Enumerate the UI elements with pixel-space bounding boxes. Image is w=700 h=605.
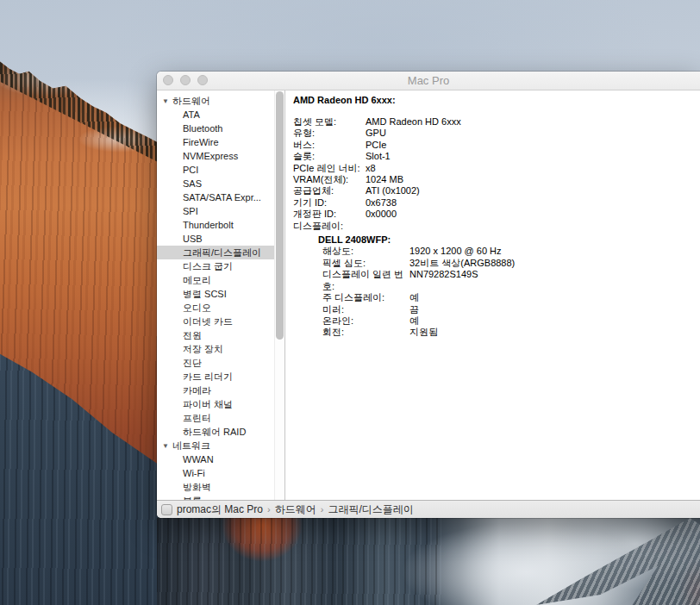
breadcrumb-separator: › (267, 504, 271, 515)
system-information-window: Mac Pro ▼하드웨어ATABluetoothFireWireNVMExpr… (157, 72, 700, 518)
info-row: 유형:GPU (293, 128, 700, 139)
info-row: VRAM(전체):1024 MB (293, 174, 700, 185)
wallpaper-rock-texture (157, 518, 441, 605)
info-row: 미러:끔 (322, 304, 700, 315)
info-row: PCIe 레인 너비:x8 (293, 163, 700, 174)
sidebar-item[interactable]: USB (157, 232, 274, 246)
breadcrumb-separator: › (321, 504, 324, 515)
info-value: 지원됨 (409, 327, 700, 338)
computer-icon (161, 504, 172, 515)
sidebar-item[interactable]: 메모리 (157, 273, 274, 287)
info-label: 슬롯: (293, 151, 366, 162)
sidebar-group-header[interactable]: ▼하드웨어 (157, 94, 274, 108)
info-value: GPU (366, 128, 700, 139)
info-row: 디스플레이 일련 번호:NN79282S149S (322, 269, 700, 292)
sidebar-item[interactable]: 오디오 (157, 301, 274, 315)
sidebar-item[interactable]: ATA (157, 108, 274, 122)
sidebar-item[interactable]: Bluetooth (157, 122, 274, 135)
info-value: 0x6738 (366, 197, 700, 209)
close-button[interactable] (163, 75, 173, 85)
info-row: 버스:PCIe (293, 140, 700, 151)
window-title: Mac Pro (408, 74, 449, 87)
info-value: PCIe (366, 140, 700, 151)
disclosure-triangle-icon[interactable]: ▼ (162, 440, 172, 453)
sidebar-item[interactable]: 볼륨 (157, 494, 274, 500)
sidebar-group-label: 하드웨어 (172, 96, 210, 106)
scrollbar-thumb[interactable] (276, 91, 284, 340)
info-label: PCIe 레인 너비: (293, 163, 366, 174)
info-label: 픽셀 심도: (322, 258, 409, 269)
info-value: 예 (409, 292, 700, 303)
disclosure-triangle-icon[interactable]: ▼ (162, 95, 172, 109)
info-row: 주 디스플레이:예 (322, 292, 700, 303)
sidebar-item[interactable]: Wi-Fi (157, 466, 274, 480)
sidebar-group-label: 네트워크 (172, 440, 210, 451)
info-label: 공급업체: (293, 185, 366, 196)
info-value: 32비트 색상(ARGB8888) (409, 258, 700, 269)
info-label: 주 디스플레이: (322, 292, 409, 303)
titlebar[interactable]: Mac Pro (157, 72, 700, 90)
display-detail-rows: 해상도:1920 x 1200 @ 60 Hz픽셀 심도:32비트 색상(ARG… (293, 246, 700, 338)
breadcrumb-segment[interactable]: promac의 Mac Pro (177, 503, 263, 515)
sidebar-item[interactable]: 방화벽 (157, 480, 274, 494)
content-pane: AMD Radeon HD 6xxx: 칩셋 모델:AMD Radeon HD … (285, 90, 700, 500)
sidebar-scrollbar[interactable] (274, 90, 285, 500)
sidebar-item[interactable]: 디스크 굽기 (157, 259, 274, 273)
info-label: 디스플레이: (293, 221, 366, 232)
info-row: 슬롯:Slot-1 (293, 151, 700, 162)
info-value: x8 (366, 163, 700, 174)
sidebar-item[interactable]: 하드웨어 RAID (157, 425, 274, 439)
info-label: 버스: (293, 140, 366, 151)
sidebar-item[interactable]: FireWire (157, 135, 274, 149)
sidebar-item[interactable]: 그래픽/디스플레이 (157, 246, 274, 259)
sidebar-item[interactable]: SAS (157, 177, 274, 190)
info-row: 칩셋 모델:AMD Radeon HD 6xxx (293, 116, 700, 128)
info-label: VRAM(전체): (293, 174, 366, 185)
info-value: 0x0000 (366, 209, 700, 220)
info-label: 유형: (293, 128, 366, 139)
info-row: 개정판 ID:0x0000 (293, 209, 700, 220)
sidebar-item[interactable]: 파이버 채널 (157, 397, 274, 411)
minimize-button[interactable] (180, 75, 191, 85)
sidebar-item[interactable]: SPI (157, 204, 274, 218)
info-row: 기기 ID:0x6738 (293, 197, 700, 209)
info-label: 온라인: (322, 315, 409, 327)
sidebar-item[interactable]: 전원 (157, 328, 274, 342)
breadcrumb-segment[interactable]: 하드웨어 (275, 503, 316, 515)
info-row: 해상도:1920 x 1200 @ 60 Hz (322, 246, 700, 257)
info-label: 해상도: (322, 246, 409, 257)
info-row: 회전:지원됨 (322, 327, 700, 338)
info-row: 픽셀 심도:32비트 색상(ARGB8888) (322, 258, 700, 269)
breadcrumb-segment[interactable]: 그래픽/디스플레이 (328, 503, 413, 515)
desktop: { "window": { "title": "Mac Pro", "traff… (0, 0, 700, 605)
info-label: 회전: (322, 327, 409, 338)
gpu-detail-rows: 칩셋 모델:AMD Radeon HD 6xxx유형:GPU버스:PCIe슬롯:… (293, 116, 700, 232)
sidebar-item[interactable]: PCI (157, 163, 274, 177)
sidebar-item[interactable]: 이더넷 카드 (157, 315, 274, 328)
sidebar-item[interactable]: 저장 장치 (157, 342, 274, 356)
sidebar-group-header[interactable]: ▼네트워크 (157, 439, 274, 452)
info-value: ATI (0x1002) (366, 185, 700, 196)
window-body: ▼하드웨어ATABluetoothFireWireNVMExpressPCISA… (157, 90, 700, 500)
sidebar-item[interactable]: WWAN (157, 452, 274, 466)
zoom-button[interactable] (197, 75, 208, 85)
sidebar-item[interactable]: Thunderbolt (157, 218, 274, 232)
sidebar-item[interactable]: NVMExpress (157, 149, 274, 163)
sidebar-item[interactable]: 진단 (157, 356, 274, 370)
sidebar-item[interactable]: SATA/SATA Expr... (157, 190, 274, 204)
sidebar-item[interactable]: 프린터 (157, 411, 274, 425)
sidebar-item[interactable]: 카드 리더기 (157, 370, 274, 384)
info-value (366, 221, 700, 232)
gpu-heading: AMD Radeon HD 6xxx: (293, 94, 700, 106)
traffic-lights (163, 75, 208, 85)
info-label: 미러: (322, 304, 409, 315)
breadcrumb: promac의 Mac Pro›하드웨어›그래픽/디스플레이 (177, 502, 414, 517)
sidebar-item[interactable]: 카메라 (157, 384, 274, 397)
info-label: 기기 ID: (293, 197, 366, 209)
info-label: 칩셋 모델: (293, 116, 366, 128)
sidebar-list: ▼하드웨어ATABluetoothFireWireNVMExpressPCISA… (157, 90, 274, 500)
sidebar-item[interactable]: 병렬 SCSI (157, 287, 274, 301)
info-value: 예 (409, 315, 700, 327)
info-label: 개정판 ID: (293, 209, 366, 220)
display-heading: DELL 2408WFP: (318, 234, 700, 246)
